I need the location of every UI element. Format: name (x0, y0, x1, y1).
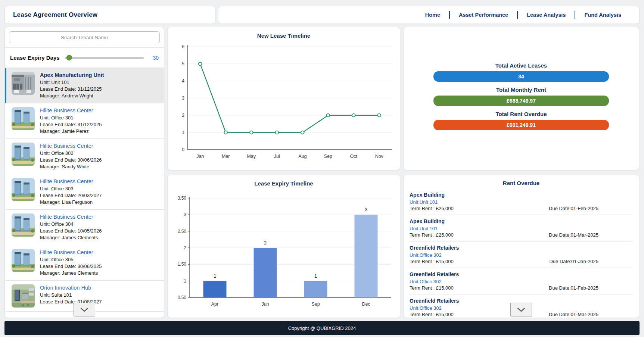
stat-label: Total Monthly Rent (496, 87, 546, 93)
svg-text:1: 1 (182, 130, 184, 135)
svg-text:Jun: Jun (261, 302, 269, 307)
lease-sidebar: Lease Expiry Days 30 Apex Manufacturing … (4, 27, 164, 318)
svg-text:2: 2 (184, 245, 186, 250)
overdue-detail-row: Term Rent : £25,000Due Date:01-Feb-2025 (410, 205, 633, 212)
lease-name[interactable]: Hilite Business Center (40, 178, 102, 184)
lease-end-date: Lease End Date: 30/06/2026 (40, 157, 102, 163)
rent-overdue-card: Rent Overdue Apex BuildingUnit:Unit 101T… (403, 175, 639, 318)
svg-text:0: 0 (182, 147, 184, 152)
lease-expiry-timeline-chart: 0.5011.5022.5033.50AprJunSepDec1213 (170, 188, 397, 315)
tenant-unit[interactable]: Unit:Unit 101 (410, 199, 633, 205)
nav-separator (449, 11, 450, 19)
slider-thumb[interactable] (66, 55, 72, 60)
expiry-days-value: 30 (150, 55, 159, 61)
lease-manager: Manager: James Clements (40, 234, 102, 241)
lease-name[interactable]: Hilite Business Center (40, 214, 102, 220)
property-thumbnail (12, 213, 35, 237)
nav-fund-analysis[interactable]: Fund Analysis (584, 12, 621, 18)
lease-info: Hilite Business CenterUnit: Office 304Le… (40, 213, 102, 241)
svg-text:1: 1 (184, 278, 186, 284)
overdue-item: Greenfield RetailersUnit:Office 302Term … (410, 268, 633, 294)
term-rent: Term Rent : £15,000 (410, 258, 454, 265)
svg-text:6: 6 (182, 44, 184, 49)
overdue-detail-row: Term Rent : £15,000Due Date:01-Feb-2025 (410, 285, 633, 291)
lease-unit: Unit: Office 301 (40, 115, 102, 121)
dashboard-page: Lease Agreement Overview Home Asset Perf… (0, 0, 644, 337)
due-date: Due Date:01-Mar-2025 (549, 311, 598, 318)
nav-asset-performance[interactable]: Asset Performance (459, 12, 508, 18)
svg-text:May: May (247, 154, 256, 159)
due-date: Due Date:01-Jan-2025 (549, 258, 598, 265)
lease-manager: Manager: James Clements (40, 270, 102, 277)
svg-text:5: 5 (182, 61, 184, 66)
tenant-unit[interactable]: Unit:Office 302 (410, 252, 633, 258)
footer-copyright: Copyright @ QUBIXGRID 2024 (288, 325, 356, 331)
header: Lease Agreement Overview Home Asset Perf… (4, 6, 640, 24)
lease-card[interactable]: Hilite Business CenterUnit: Office 302Le… (5, 139, 164, 174)
svg-text:Oct: Oct (350, 154, 358, 159)
lease-manager: Manager: Jamie Perez (40, 128, 102, 135)
due-date: Due Date:01-Feb-2025 (549, 285, 598, 291)
svg-text:1.50: 1.50 (178, 262, 187, 267)
nav-home[interactable]: Home (425, 12, 440, 18)
overdue-scroll-down-button[interactable] (510, 303, 532, 316)
property-thumbnail (12, 284, 35, 308)
new-lease-timeline-chart: 0123456JanMarMayJulAugSepOctNov (170, 41, 397, 167)
tenant-name: Greenfield Retailers (410, 271, 633, 278)
nav-separator (575, 11, 575, 19)
totals-card: Total Active Leases34Total Monthly Rent£… (403, 27, 639, 170)
lease-card[interactable]: Hilite Business CenterUnit: Office 304Le… (5, 210, 164, 245)
term-rent: Term Rent : £25,000 (410, 232, 454, 238)
term-rent: Term Rent : £15,000 (410, 285, 454, 291)
sidebar-scroll-down-button[interactable] (74, 303, 95, 316)
stat-value-pill: £601,249.91 (433, 120, 609, 130)
lease-unit: Unit: Unit 101 (40, 79, 104, 86)
lease-name[interactable]: Orion Innovation Hub (40, 285, 102, 291)
tenant-name: Apex Building (410, 218, 633, 225)
lease-name[interactable]: Hilite Business Center (40, 143, 102, 149)
property-thumbnail (12, 143, 35, 166)
tenant-name: Apex Building (410, 192, 633, 198)
lease-info: Hilite Business CenterUnit: Office 301Le… (40, 107, 102, 135)
property-thumbnail (12, 249, 35, 272)
lease-info: Hilite Business CenterUnit: Office 305Le… (40, 249, 102, 277)
new-lease-timeline-card: New Lease Timeline 0123456JanMarMayJulAu… (167, 27, 400, 170)
term-rent: Term Rent : £25,000 (410, 205, 454, 212)
lease-unit: Unit: Office 305 (40, 256, 102, 263)
tenant-unit[interactable]: Unit:Office 302 (410, 278, 633, 285)
lease-unit: Unit: Suite 101 (40, 292, 102, 299)
lease-info: Hilite Business CenterUnit: Office 303Le… (40, 178, 102, 206)
lease-expiry-timeline-card: Lease Expiry Timeline 0.5011.5022.5033.5… (167, 175, 400, 318)
search-section (5, 27, 164, 48)
lease-card[interactable]: Apex Manufacturing UnitUnit: Unit 101Lea… (5, 68, 164, 103)
lease-card[interactable]: Hilite Business CenterUnit: Office 305Le… (5, 245, 164, 281)
svg-text:1: 1 (214, 273, 216, 279)
lease-name[interactable]: Apex Manufacturing Unit (40, 72, 104, 78)
lease-end-date: Lease End Date: 31/12/2025 (40, 86, 104, 93)
tenant-name: Greenfield Retailers (410, 245, 633, 251)
rent-overdue-list: Apex BuildingUnit:Unit 101Term Rent : £2… (410, 188, 633, 318)
lease-expiry-slider[interactable] (65, 55, 144, 61)
overdue-item: Apex BuildingUnit:Unit 101Term Rent : £2… (410, 215, 633, 241)
svg-text:3.50: 3.50 (178, 196, 187, 201)
lease-unit: Unit: Office 304 (40, 221, 102, 228)
search-tenant-input[interactable] (9, 31, 160, 43)
chevron-down-icon (80, 308, 88, 312)
title-card: Lease Agreement Overview (4, 6, 216, 24)
lease-name[interactable]: Hilite Business Center (40, 107, 102, 113)
svg-text:Sep: Sep (324, 154, 332, 159)
svg-text:Dec: Dec (362, 302, 370, 307)
svg-text:Aug: Aug (298, 154, 307, 159)
svg-text:3: 3 (182, 96, 184, 101)
lease-name[interactable]: Hilite Business Center (40, 249, 102, 255)
lease-card[interactable]: Hilite Business CenterUnit: Office 303Le… (5, 174, 164, 210)
nav-lease-analysis[interactable]: Lease Analysis (527, 12, 566, 18)
tenant-unit[interactable]: Unit:Unit 101 (410, 225, 633, 232)
lease-card[interactable]: Hilite Business CenterUnit: Office 301Le… (5, 103, 164, 139)
slider-track[interactable] (65, 57, 144, 59)
lease-info: Apex Manufacturing UnitUnit: Unit 101Lea… (40, 72, 104, 99)
rent-overdue-title: Rent Overdue (410, 175, 633, 188)
stat-label: Total Rent Overdue (495, 111, 547, 117)
overdue-item: Apex BuildingUnit:Unit 101Term Rent : £2… (410, 188, 633, 215)
overdue-item: Greenfield RetailersUnit:Office 302Term … (410, 241, 633, 268)
